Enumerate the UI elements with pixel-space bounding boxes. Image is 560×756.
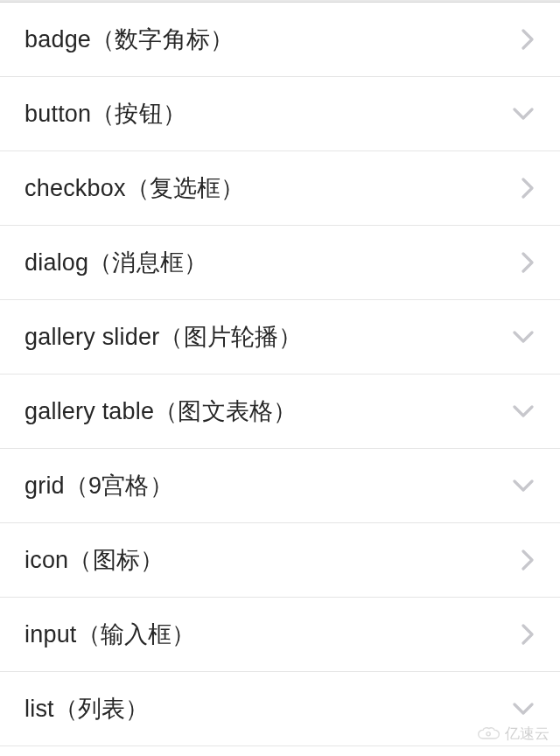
chevron-down-icon	[513, 108, 534, 120]
list-item-icon[interactable]: icon（图标）	[0, 523, 560, 598]
list-item-input[interactable]: input（输入框）	[0, 598, 560, 672]
list-item-label: checkbox（复选框）	[24, 172, 245, 204]
list-item-label: input（输入框）	[24, 619, 196, 650]
list-item-label: button（按钮）	[24, 98, 186, 130]
list-item-checkbox[interactable]: checkbox（复选框）	[0, 151, 560, 226]
list-item-list[interactable]: list（列表）	[0, 672, 560, 746]
list-item-gallery-table[interactable]: gallery table（图文表格）	[0, 374, 560, 449]
chevron-right-icon	[522, 624, 534, 645]
list-item-grid[interactable]: grid（9宫格）	[0, 449, 560, 523]
chevron-right-icon	[522, 252, 534, 273]
chevron-down-icon	[513, 480, 534, 492]
list-item-dialog[interactable]: dialog（消息框）	[0, 226, 560, 300]
chevron-down-icon	[513, 703, 534, 715]
list-item-label: grid（9宫格）	[24, 470, 173, 501]
chevron-right-icon	[522, 178, 534, 199]
list-item-label: gallery table（图文表格）	[24, 396, 297, 427]
list-item-label: list（列表）	[24, 693, 150, 724]
chevron-right-icon	[522, 550, 534, 570]
component-list: badge（数字角标） button（按钮） checkbox（复选框） dia…	[0, 3, 560, 746]
list-item-label: dialog（消息框）	[24, 247, 207, 278]
list-item-label: gallery slider（图片轮播）	[24, 321, 303, 353]
chevron-right-icon	[522, 29, 534, 50]
list-item-label: icon（图标）	[24, 544, 164, 576]
list-item-label: badge（数字角标）	[24, 24, 234, 55]
list-item-gallery-slider[interactable]: gallery slider（图片轮播）	[0, 300, 560, 374]
list-item-button[interactable]: button（按钮）	[0, 77, 560, 151]
list-item-badge[interactable]: badge（数字角标）	[0, 3, 560, 77]
chevron-down-icon	[513, 405, 534, 417]
chevron-down-icon	[513, 331, 534, 343]
